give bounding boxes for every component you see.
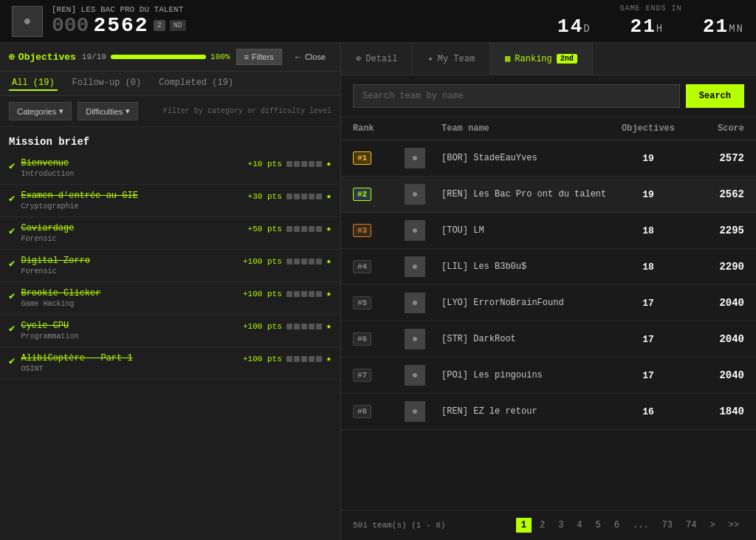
tab-myteam[interactable]: ✦ My Team	[413, 43, 490, 75]
objectives-cell: 18	[611, 225, 685, 236]
rank-cell: #3	[353, 224, 405, 237]
obj-content: AlibiCoptère - Part 1 OSINT	[21, 353, 237, 373]
chevron-down-icon: ▾	[126, 106, 130, 116]
rank-badge-box: #4	[353, 260, 371, 273]
objectives-cell: 18	[611, 262, 685, 273]
table-row[interactable]: #5 ● [LYO] ErrorNoBrainFound 17 2040	[341, 285, 756, 321]
objectives-label: ⊕ Objectives	[9, 51, 76, 63]
obj-subtitle: Forensic	[21, 235, 241, 243]
obj-right: +100 pts ★	[243, 321, 331, 332]
team-name-cell: [REN] EZ le retour	[441, 406, 611, 417]
rank-cell: #6	[353, 332, 405, 346]
list-item[interactable]: ✔ Caviardage Forensic +50 pts ★	[0, 217, 340, 250]
obj-right: +10 pts ★	[248, 158, 331, 169]
rank-cell: #8	[353, 405, 405, 418]
star-icon: ★	[326, 353, 331, 364]
page-button[interactable]: 2	[535, 518, 550, 533]
check-icon: ✔	[9, 290, 15, 302]
page-button[interactable]: >	[704, 518, 720, 533]
top-bar: ● [REN] LES BAC PRO DU TALENT 000 2562 2…	[0, 0, 756, 43]
col-score: Score	[685, 123, 744, 134]
obj-subtitle: Game Hacking	[21, 300, 237, 308]
check-icon: ✔	[9, 322, 15, 335]
chevron-down-icon: ▾	[59, 106, 63, 116]
star-icon: ★	[326, 191, 331, 202]
obj-dots	[286, 161, 322, 167]
progress-bar-bg	[111, 55, 206, 59]
check-icon: ✔	[9, 225, 15, 237]
left-panel: ⊕ Objectives 19/19 100% ≡ Filters ← Clos…	[0, 43, 341, 540]
page-button[interactable]: >>	[724, 518, 744, 533]
page-button[interactable]: 4	[571, 518, 587, 533]
obj-right: +100 pts ★	[243, 353, 331, 364]
page-button[interactable]: 6	[609, 518, 625, 533]
table-row[interactable]: #2 ● [REN] Les Bac Pro ont du talent 19 …	[341, 177, 756, 213]
obj-title: Cycle CPU	[21, 321, 237, 331]
filters-button[interactable]: ≡ Filters	[236, 49, 282, 65]
progress-bar-fill	[111, 55, 206, 59]
obj-pts: +50 pts	[248, 225, 282, 233]
obj-dots	[286, 259, 322, 264]
score-cell: 1840	[685, 406, 744, 417]
categories-dropdown[interactable]: Categories ▾	[9, 102, 72, 120]
avatar: ●	[405, 293, 425, 313]
table-row[interactable]: #3 ● [TOU] LM 18 2295	[341, 213, 756, 249]
obj-pts: +100 pts	[243, 355, 282, 363]
ranking-badge: 2nd	[557, 54, 577, 64]
search-button[interactable]: Search	[686, 84, 744, 108]
page-button[interactable]: 1	[516, 518, 532, 533]
rank-cell: #7	[353, 369, 405, 382]
timer-minutes-unit: MN	[729, 23, 744, 35]
team-name-cell: [LYO] ErrorNoBrainFound	[441, 298, 611, 308]
check-icon: ✔	[9, 257, 15, 270]
table-row[interactable]: #7 ● [POi] Les pingouins 17 2040	[341, 358, 756, 394]
team-name-cell: [LIL] Les B3b0u$	[441, 262, 611, 272]
arrow-icon: ←	[294, 52, 302, 61]
tab-all[interactable]: All (19)	[9, 76, 58, 91]
top-bar-left: ● [REN] LES BAC PRO DU TALENT 000 2562 2…	[12, 5, 186, 37]
objectives-cell: 19	[611, 189, 685, 200]
table-row[interactable]: #6 ● [STR] DarkRoot 17 2040	[341, 321, 756, 358]
filter-dropdowns: Categories ▾ Difficulties ▾	[9, 102, 138, 120]
mission-brief-header: Mission brief	[0, 127, 340, 152]
tab-completed[interactable]: Completed (19)	[156, 76, 236, 91]
list-item[interactable]: ✔ Digital Zorro Forensic +100 pts ★	[0, 250, 340, 282]
table-row[interactable]: #1 ● [BOR] StadeEauYves 19 2572	[341, 140, 756, 177]
obj-right: +50 pts ★	[248, 223, 331, 234]
difficulties-dropdown[interactable]: Difficulties ▾	[78, 102, 138, 120]
objectives-list: ✔ Bienvenue Introduction +10 pts ★ ✔ Exa…	[0, 152, 340, 540]
list-item[interactable]: ✔ Cycle CPU Programmation +100 pts ★	[0, 315, 340, 347]
avatar: ●	[405, 329, 425, 349]
objectives-bar: ⊕ Objectives 19/19 100% ≡ Filters ← Clos…	[0, 43, 340, 72]
obj-title: Brookie Clicker	[21, 288, 237, 298]
tab-detail[interactable]: ⊕ Detail	[341, 43, 413, 75]
page-button[interactable]: 3	[553, 518, 568, 533]
page-button[interactable]: ...	[628, 518, 654, 533]
list-item[interactable]: ✔ Brookie Clicker Game Hacking +100 pts …	[0, 282, 340, 315]
obj-dots	[286, 356, 322, 362]
tab-ranking[interactable]: ▦ Ranking 2nd	[490, 43, 593, 75]
page-button[interactable]: 5	[591, 518, 606, 533]
page-button[interactable]: 74	[681, 518, 701, 533]
obj-content: Brookie Clicker Game Hacking	[21, 288, 237, 308]
objectives-cell: 17	[611, 370, 685, 381]
obj-dots	[286, 226, 322, 232]
list-item[interactable]: ✔ AlibiCoptère - Part 1 OSINT +100 pts ★	[0, 347, 340, 380]
tab-followup[interactable]: Follow-up (0)	[69, 76, 145, 91]
rank-cell: #1	[353, 151, 405, 165]
table-row[interactable]: #8 ● [REN] EZ le retour 16 1840	[341, 394, 756, 430]
star-icon: ★	[326, 158, 331, 169]
avatar: ●	[405, 401, 425, 422]
score-prefix: 000	[52, 14, 89, 37]
timer-days: 14	[557, 16, 583, 38]
list-item[interactable]: ✔ Bienvenue Introduction +10 pts ★	[0, 152, 340, 185]
list-item[interactable]: ✔ Examen d'entrée au GIE Cryptographie +…	[0, 185, 340, 217]
close-button[interactable]: ← Close	[288, 49, 331, 64]
obj-pts: +30 pts	[248, 192, 282, 201]
search-input[interactable]	[353, 84, 680, 108]
table-row[interactable]: #4 ● [LIL] Les B3b0u$ 18 2290	[341, 249, 756, 285]
score-cell: 2290	[685, 261, 744, 273]
obj-title: Bienvenue	[21, 158, 241, 168]
timer-days-unit: D	[583, 23, 591, 35]
page-button[interactable]: 73	[657, 518, 678, 533]
